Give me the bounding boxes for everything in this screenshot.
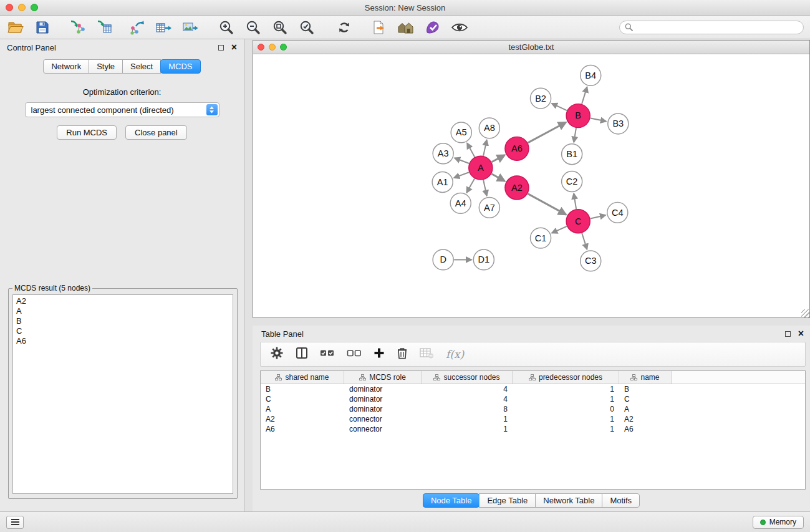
refresh-layout-button[interactable] [334,17,355,37]
zoom-window-button[interactable] [31,4,38,11]
float-table-panel-icon[interactable] [785,331,791,337]
float-panel-icon[interactable] [218,45,224,51]
delete-column-button[interactable] [397,347,408,362]
minimize-window-button[interactable] [18,4,26,11]
edge-C-C4[interactable] [591,215,606,218]
run-mcds-button[interactable]: Run MCDS [57,125,117,140]
node-B[interactable]: B [566,104,590,128]
column-header-shared-name[interactable]: shared name [261,371,344,384]
node-C3[interactable]: C3 [581,251,601,271]
mcds-result-item[interactable]: A2 [16,296,229,306]
node-B3[interactable]: B3 [608,114,629,134]
optimization-criterion-select[interactable]: largest connected component (directed) [25,102,219,117]
node-A5[interactable]: A5 [451,122,471,143]
column-header-MCDS-role[interactable]: MCDS role [344,371,422,384]
tab-style[interactable]: Style [89,59,123,74]
node-C1[interactable]: C1 [530,228,551,248]
edge-A-A4[interactable] [466,178,475,192]
mcds-result-list[interactable]: A2ABCA6 [12,294,233,494]
export-network-button[interactable] [126,17,147,37]
function-builder-button[interactable]: f(x) [446,348,464,360]
mcds-result-item[interactable]: A [16,306,229,316]
export-image-button[interactable] [180,17,201,37]
deselect-all-button[interactable] [347,349,362,360]
close-panel-icon[interactable]: × [231,44,237,51]
zoom-selected-button[interactable] [296,17,317,37]
resize-grip[interactable] [801,309,809,317]
import-table-button[interactable] [94,17,115,37]
show-hide-panel-button[interactable] [449,17,470,37]
close-network-window-button[interactable] [258,44,264,51]
zoom-network-window-button[interactable] [280,44,287,51]
edge-B-B1[interactable] [574,128,576,142]
add-column-button[interactable] [374,347,385,361]
node-A4[interactable]: A4 [450,193,471,213]
select-all-button[interactable] [320,349,335,360]
status-menu-button[interactable] [6,516,24,529]
minimize-network-window-button[interactable] [269,44,276,51]
node-B4[interactable]: B4 [581,65,601,85]
edge-A-A1[interactable] [454,172,469,178]
table-row[interactable]: A2connector11A2 [261,414,805,424]
open-document-button[interactable] [369,17,390,37]
apply-style-button[interactable] [422,17,443,37]
edge-A2-C[interactable] [528,194,566,215]
zoom-in-button[interactable] [216,17,237,37]
node-C2[interactable]: C2 [562,172,582,192]
mcds-result-item[interactable]: C [16,326,229,336]
edge-A6-B[interactable] [528,122,566,143]
network-overview-button[interactable] [395,17,417,37]
node-A8[interactable]: A8 [479,118,499,138]
open-folder-button[interactable] [5,17,26,37]
edge-C-C3[interactable] [582,233,587,249]
mcds-result-item[interactable]: B [16,316,229,326]
table-row[interactable]: Cdominator41C [261,394,805,404]
delete-table-button[interactable] [420,347,434,361]
node-D[interactable]: D [433,249,453,270]
column-header-successor-nodes[interactable]: successor nodes [422,371,513,384]
column-header-name[interactable]: name [619,371,672,384]
mcds-result-item[interactable]: A6 [16,336,229,346]
node-A1[interactable]: A1 [432,172,453,193]
node-D1[interactable]: D1 [473,249,494,270]
close-panel-button[interactable]: Close panel [125,125,187,140]
tab-network-table[interactable]: Network Table [535,493,602,508]
node-C[interactable]: C [566,210,590,233]
edge-A-A7[interactable] [483,180,487,196]
toolbar-search[interactable] [619,21,804,34]
node-B2[interactable]: B2 [530,88,551,109]
search-input[interactable] [636,23,798,32]
tab-network[interactable]: Network [43,59,89,74]
export-table-button[interactable] [153,17,174,37]
import-network-button[interactable] [67,17,88,37]
tab-edge-table[interactable]: Edge Table [479,493,536,508]
network-canvas[interactable]: AA1A2A3A4A5A6A7A8BB1B2B3B4CC1C2C3C4DD1 [253,54,809,317]
node-A[interactable]: A [469,156,493,180]
edge-C-C2[interactable] [574,193,576,209]
edge-A-A3[interactable] [455,158,469,163]
column-header-predecessor-nodes[interactable]: predecessor nodes [513,371,619,384]
table-row[interactable]: Bdominator41B [261,384,805,394]
close-window-button[interactable] [6,4,13,11]
tab-select[interactable]: Select [122,59,161,74]
edge-B-B2[interactable] [552,104,567,110]
node-A3[interactable]: A3 [433,143,453,164]
zoom-fit-button[interactable] [269,17,291,37]
memory-button[interactable]: Memory [753,516,804,529]
table-row[interactable]: A6connector11A6 [261,424,805,434]
tab-node-table[interactable]: Node Table [423,493,480,508]
node-C4[interactable]: C4 [607,202,628,223]
edge-A-A5[interactable] [467,143,475,157]
edge-A-A8[interactable] [483,140,487,155]
save-session-button[interactable] [32,17,53,37]
edge-A-A6[interactable] [491,155,504,162]
node-A7[interactable]: A7 [479,197,499,218]
close-table-panel-icon[interactable]: × [798,330,804,337]
tab-mcds[interactable]: MCDS [160,59,200,74]
edge-B-B4[interactable] [582,87,587,104]
table-row[interactable]: Adominator80A [261,404,805,414]
node-A6[interactable]: A6 [505,137,529,160]
edge-C-C1[interactable] [552,226,567,233]
column-visibility-button[interactable] [296,347,308,362]
edge-A-A2[interactable] [491,174,504,181]
